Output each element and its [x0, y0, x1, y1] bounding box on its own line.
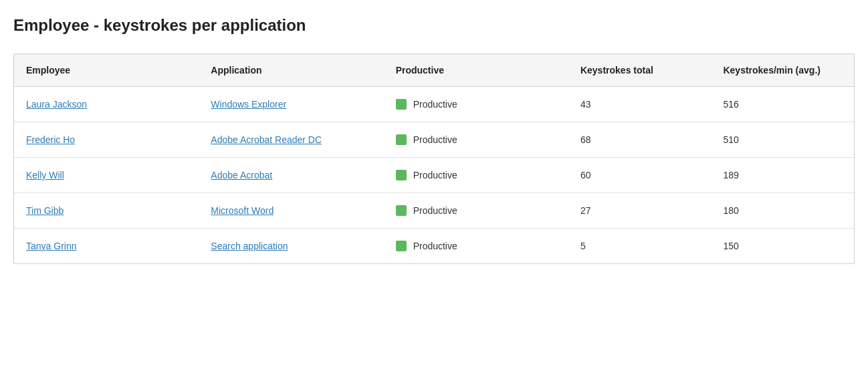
- keystrokes-total-cell: 43: [568, 87, 712, 122]
- keystrokes-total-cell: 27: [568, 193, 712, 229]
- productive-indicator: [396, 134, 407, 145]
- productive-label: Productive: [413, 99, 457, 110]
- productive-label: Productive: [413, 241, 457, 251]
- productive-indicator: [396, 241, 407, 251]
- keystrokes-total-cell: 60: [568, 158, 712, 193]
- keystrokes-total-cell: 5: [568, 229, 712, 264]
- table-row: Tanya GrinnSearch applicationProductive5…: [14, 229, 854, 264]
- col-header-productive: Productive: [384, 54, 568, 87]
- productive-label: Productive: [413, 170, 457, 180]
- keystrokes-min-cell: 516: [711, 87, 854, 122]
- employee-link[interactable]: Tanya Grinn: [26, 241, 76, 251]
- employee-link[interactable]: Kelly Will: [26, 170, 64, 180]
- data-table: Employee Application Productive Keystrok…: [13, 53, 855, 264]
- table-row: Kelly WillAdobe AcrobatProductive60189: [14, 158, 854, 193]
- keystrokes-min-cell: 189: [711, 158, 854, 193]
- productive-indicator: [396, 99, 407, 110]
- keystrokes-min-cell: 510: [711, 122, 854, 158]
- col-header-keystrokes-total: Keystrokes total: [568, 54, 712, 87]
- keystrokes-min-cell: 180: [711, 193, 854, 229]
- application-link[interactable]: Microsoft Word: [211, 205, 274, 216]
- employee-link[interactable]: Tim Gibb: [26, 205, 64, 216]
- productive-indicator: [396, 170, 407, 180]
- keystrokes-min-cell: 150: [711, 229, 854, 264]
- productive-indicator: [396, 205, 407, 216]
- col-header-keystrokes-min: Keystrokes/min (avg.): [711, 54, 854, 87]
- table-row: Frederic HoAdobe Acrobat Reader DCProduc…: [14, 122, 854, 158]
- employee-link[interactable]: Frederic Ho: [26, 134, 75, 145]
- productive-label: Productive: [413, 134, 457, 145]
- keystrokes-total-cell: 68: [568, 122, 712, 158]
- col-header-employee: Employee: [14, 54, 199, 87]
- table-row: Laura JacksonWindows ExplorerProductive4…: [14, 87, 854, 122]
- table-header-row: Employee Application Productive Keystrok…: [14, 54, 854, 87]
- application-link[interactable]: Search application: [211, 241, 288, 251]
- productive-label: Productive: [413, 205, 457, 216]
- application-link[interactable]: Windows Explorer: [211, 99, 286, 110]
- col-header-application: Application: [199, 54, 383, 87]
- page-title: Employee - keystrokes per application: [13, 16, 855, 35]
- application-link[interactable]: Adobe Acrobat Reader DC: [211, 134, 322, 145]
- employee-link[interactable]: Laura Jackson: [26, 99, 87, 110]
- table-row: Tim GibbMicrosoft WordProductive27180: [14, 193, 854, 229]
- application-link[interactable]: Adobe Acrobat: [211, 170, 272, 180]
